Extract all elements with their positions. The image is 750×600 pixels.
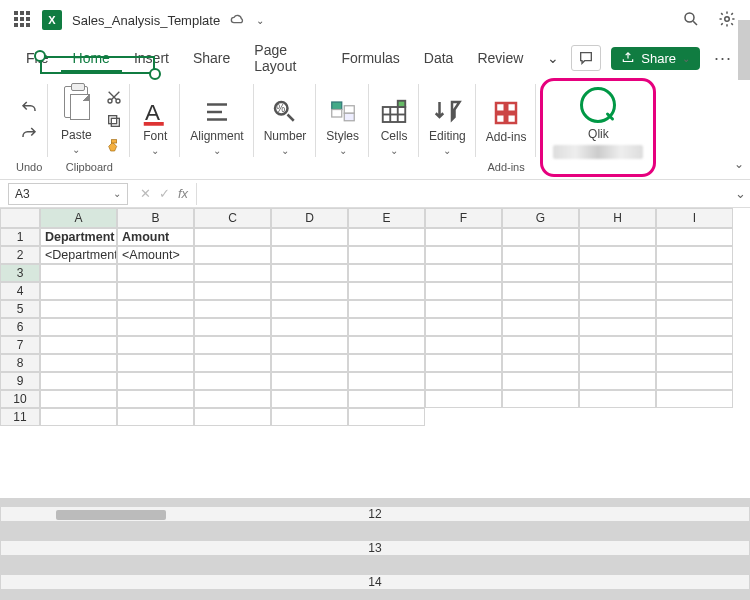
cell[interactable]	[271, 300, 348, 318]
row-header-8[interactable]: 8	[0, 354, 40, 372]
cell[interactable]	[502, 354, 579, 372]
col-header-D[interactable]: D	[271, 208, 348, 228]
cell[interactable]	[502, 390, 579, 408]
cell[interactable]	[271, 318, 348, 336]
col-header-E[interactable]: E	[348, 208, 425, 228]
undo-button[interactable]	[19, 98, 39, 118]
cell[interactable]	[348, 246, 425, 264]
cell[interactable]	[425, 264, 502, 282]
cell[interactable]	[194, 318, 271, 336]
cell[interactable]	[117, 300, 194, 318]
cell[interactable]	[194, 228, 271, 246]
cell[interactable]	[656, 300, 733, 318]
cell[interactable]	[656, 282, 733, 300]
font-dropdown[interactable]: A Font ⌄	[136, 95, 174, 158]
search-icon[interactable]	[682, 10, 700, 31]
cell[interactable]	[117, 390, 194, 408]
formula-expand-button[interactable]: ⌄	[730, 186, 750, 201]
cell[interactable]	[194, 372, 271, 390]
cell[interactable]	[194, 390, 271, 408]
cell[interactable]	[40, 372, 117, 390]
number-dropdown[interactable]: % Number ⌄	[260, 95, 311, 158]
cell[interactable]	[117, 336, 194, 354]
cells-dropdown[interactable]: Cells ⌄	[375, 95, 413, 158]
cell[interactable]	[271, 246, 348, 264]
row-header-2[interactable]: 2	[0, 246, 40, 264]
row-header-14[interactable]: 14	[0, 574, 750, 590]
app-launcher-icon[interactable]	[14, 11, 32, 29]
qlik-addin-highlight[interactable]: Qlik	[540, 78, 656, 177]
row-header-3[interactable]: 3	[0, 264, 40, 282]
cell[interactable]	[502, 318, 579, 336]
cell[interactable]	[271, 264, 348, 282]
cell[interactable]	[271, 372, 348, 390]
document-name[interactable]: Sales_Analysis_Template	[72, 13, 220, 28]
cell[interactable]	[40, 408, 117, 426]
cell[interactable]	[271, 390, 348, 408]
col-header-B[interactable]: B	[117, 208, 194, 228]
menu-overflow[interactable]: ⌄	[535, 44, 571, 72]
cell[interactable]	[425, 390, 502, 408]
vertical-scrollbar[interactable]	[738, 20, 750, 80]
cell[interactable]	[117, 408, 194, 426]
cancel-formula-icon[interactable]: ✕	[140, 186, 151, 201]
cell[interactable]	[425, 318, 502, 336]
cell[interactable]	[348, 318, 425, 336]
col-header-F[interactable]: F	[425, 208, 502, 228]
cell[interactable]	[425, 228, 502, 246]
cell[interactable]	[194, 408, 271, 426]
cell-B2[interactable]: <Amount>	[117, 246, 194, 264]
cell[interactable]	[656, 372, 733, 390]
format-painter-button[interactable]	[104, 135, 124, 155]
cell[interactable]	[425, 372, 502, 390]
cell[interactable]	[656, 336, 733, 354]
cell[interactable]	[579, 318, 656, 336]
menu-share[interactable]: Share	[181, 44, 242, 72]
cell[interactable]	[117, 264, 194, 282]
cell[interactable]	[502, 228, 579, 246]
cell[interactable]	[271, 282, 348, 300]
share-button[interactable]: Share ⌄	[611, 47, 700, 70]
cell[interactable]	[656, 264, 733, 282]
cell[interactable]	[40, 318, 117, 336]
copy-button[interactable]	[104, 111, 124, 131]
cell[interactable]	[425, 246, 502, 264]
cell-A2[interactable]: <Department>	[40, 246, 117, 264]
row-header-7[interactable]: 7	[0, 336, 40, 354]
cell[interactable]	[656, 354, 733, 372]
confirm-formula-icon[interactable]: ✓	[159, 186, 170, 201]
cell[interactable]	[194, 264, 271, 282]
cell[interactable]	[502, 372, 579, 390]
name-box[interactable]: A3 ⌄	[8, 183, 128, 205]
cell[interactable]	[579, 300, 656, 318]
select-all-corner[interactable]	[0, 208, 40, 228]
cut-button[interactable]	[104, 87, 124, 107]
cell[interactable]	[502, 300, 579, 318]
cell[interactable]	[579, 282, 656, 300]
col-header-C[interactable]: C	[194, 208, 271, 228]
row-header-9[interactable]: 9	[0, 372, 40, 390]
col-header-G[interactable]: G	[502, 208, 579, 228]
cell[interactable]	[425, 300, 502, 318]
cell[interactable]	[348, 282, 425, 300]
cell[interactable]	[271, 336, 348, 354]
menu-insert[interactable]: Insert	[122, 44, 181, 72]
menu-formulas[interactable]: Formulas	[329, 44, 411, 72]
cell[interactable]	[502, 336, 579, 354]
row-header-6[interactable]: 6	[0, 318, 40, 336]
cell[interactable]	[348, 372, 425, 390]
cell[interactable]	[579, 246, 656, 264]
cell[interactable]	[194, 354, 271, 372]
more-options-button[interactable]: ···	[710, 48, 736, 69]
menu-page-layout[interactable]: Page Layout	[242, 36, 329, 80]
fx-label[interactable]: fx	[178, 186, 188, 201]
styles-dropdown[interactable]: Styles ⌄	[322, 95, 363, 158]
formula-bar-input[interactable]	[197, 183, 730, 205]
cell[interactable]	[502, 282, 579, 300]
col-header-A[interactable]: A	[40, 208, 117, 228]
title-chevron-icon[interactable]: ⌄	[256, 15, 264, 26]
cell[interactable]	[425, 336, 502, 354]
col-header-H[interactable]: H	[579, 208, 656, 228]
cell[interactable]	[348, 300, 425, 318]
cell[interactable]	[194, 246, 271, 264]
